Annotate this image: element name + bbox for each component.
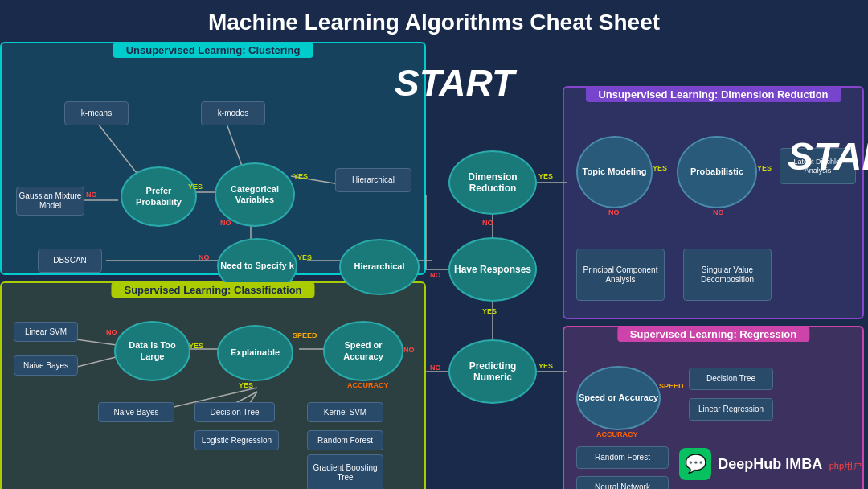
yn-no-dr-1: NO: [608, 208, 620, 216]
decision-tree2-node: Decision Tree: [689, 368, 773, 390]
kernel-svm-node: Kernel SVM: [307, 402, 383, 422]
yn-yes-center-2: YES: [482, 307, 497, 315]
yn-no-cls-1: NO: [106, 328, 117, 336]
yn-accuracy-reg: ACCURACY: [596, 430, 638, 438]
watermark: 💬 DeepHub IMBA php用户: [679, 448, 862, 480]
cat-vars-node: Categorical Variables: [215, 162, 295, 227]
clustering-label: Unsupervised Learning: Clustering: [113, 43, 313, 58]
linear-reg-node: Linear Regression: [689, 398, 773, 421]
yn-no-dr-2: NO: [713, 208, 724, 216]
topic-modeling-node: Topic Modeling: [576, 136, 653, 208]
linear-svm-node: Linear SVM: [14, 322, 78, 342]
yn-yes-1: YES: [188, 183, 203, 191]
yn-yes-dr-2: YES: [757, 164, 772, 172]
yn-accuracy-cls: ACCURACY: [347, 381, 389, 389]
yn-no-2: NO: [220, 219, 231, 227]
start-label: START: [788, 134, 868, 179]
logistic-reg-node: Logistic Regression: [194, 430, 279, 450]
watermark-brand: DeepHub IMBA: [718, 456, 822, 472]
yn-speed-cls: SPEED: [293, 331, 317, 339]
gradient-boost1-node: Gradient Boosting Tree: [307, 454, 383, 489]
yn-speed-reg: SPEED: [659, 382, 684, 390]
dim-reduction-center: Dimension Reduction: [448, 150, 537, 215]
gaussian-node: Gaussian Mixture Model: [16, 187, 84, 216]
hierarchical1-node: Hierarchical: [335, 168, 411, 192]
yn-yes-3: YES: [297, 253, 312, 261]
start-text: START: [395, 61, 514, 105]
dimreduction-label: Unsupervised Learning: Dimension Reducti…: [585, 87, 841, 102]
yn-yes-center-1: YES: [538, 172, 553, 180]
yn-yes-center-3: YES: [538, 362, 553, 370]
decision-tree1-node: Decision Tree: [194, 402, 275, 422]
yn-yes-cls-1: YES: [189, 342, 203, 350]
data-too-large-node: Data Is Too Large: [114, 321, 190, 381]
yn-no-center-1: NO: [482, 219, 493, 227]
yn-yes-dr-1: YES: [653, 164, 667, 172]
yn-no-cls-2: NO: [403, 346, 415, 354]
yn-yes-2: YES: [293, 172, 308, 180]
speed-accuracy1-node: Speed or Accuracy: [323, 321, 403, 381]
probabilistic-node: Probabilistic: [677, 136, 757, 208]
hierarchical2-node: Hierarchical: [339, 239, 420, 295]
random-forest1-node: Random Forest: [307, 430, 383, 450]
kmodes-node: k-modes: [201, 101, 265, 125]
clustering-section: Unsupervised Learning: Clustering: [0, 42, 426, 275]
random-forest2-node: Random Forest: [576, 446, 669, 469]
kmeans-node: k-means: [64, 101, 129, 125]
yn-no-center-2: NO: [430, 271, 441, 279]
watermark-sub: php用户: [829, 461, 862, 471]
classification-label: Supervised Learning: Classification: [111, 282, 314, 298]
naive-bayes1-node: Naive Bayes: [14, 355, 78, 376]
svd-node: Singular Value Decomposition: [683, 249, 772, 301]
yn-yes-cls-2: YES: [239, 381, 253, 389]
explainable-node: Explainable: [217, 325, 293, 381]
main-title: Machine Learning Algorithms Cheat Sheet: [0, 0, 868, 42]
yn-no-3: NO: [199, 253, 210, 261]
neural-network2-node: Neural Network: [576, 476, 669, 489]
dimreduction-section: Unsupervised Learning: Dimension Reducti…: [563, 86, 864, 319]
classification-section: Supervised Learning: Classification Line…: [0, 281, 426, 489]
prefer-prob-node: Prefer Probability: [121, 166, 197, 227]
svg-line-1: [227, 124, 243, 168]
regression-label: Supervised Learning: Regression: [617, 327, 809, 342]
naive-bayes2-node: Naive Bayes: [98, 402, 174, 422]
predicting-numeric-center: Predicting Numeric: [448, 339, 537, 404]
dbscan-node: DBSCAN: [38, 249, 102, 273]
yn-no-center-3: NO: [430, 364, 441, 372]
yn-no-1: NO: [86, 191, 97, 199]
pca-node: Principal Component Analysis: [576, 249, 665, 301]
have-responses-center: Have Responses: [448, 237, 537, 302]
speed-accuracy2-node: Speed or Accuracy: [576, 366, 661, 430]
wechat-icon: 💬: [679, 448, 711, 480]
